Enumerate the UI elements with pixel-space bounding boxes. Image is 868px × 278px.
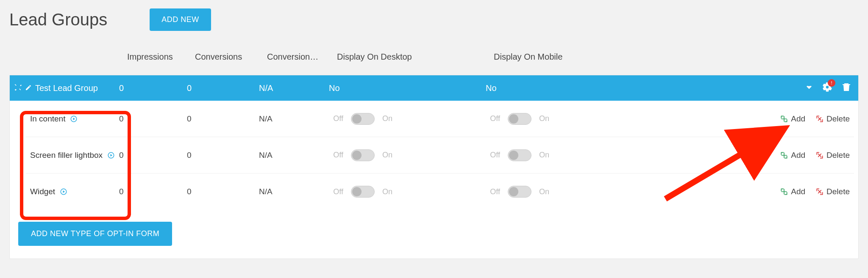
group-display-desktop: No [329,83,486,93]
delete-label: Delete [826,151,850,160]
add-button[interactable]: Add [780,187,805,196]
group-header: Test Lead Group 0 0 N/A No No ! [10,75,858,101]
row-name-label: Screen filler lightbox [30,151,103,160]
row-name-label: In content [30,114,65,124]
row-name[interactable]: Widget [26,187,119,196]
group-conversions: 0 [187,83,259,93]
delete-button[interactable]: Delete [815,151,850,160]
row-conversion-rate: N/A [259,151,329,160]
row-name-label: Widget [30,187,55,196]
off-label: Off [329,187,343,196]
col-impressions: Impressions [127,52,195,62]
on-label: On [382,187,395,196]
row-conversion-rate: N/A [259,114,329,124]
off-label: Off [329,114,343,123]
form-rows: In content 0 0 N/A Off On Off On [26,101,854,210]
play-icon[interactable] [107,151,115,160]
row-conversion-rate: N/A [259,187,329,196]
group-display-mobile: No [486,83,643,93]
desktop-toggle[interactable] [351,149,375,161]
alert-badge: ! [828,79,835,87]
add-form-type-button[interactable]: ADD NEW TYPE OF OPT-IN FORM [18,222,172,246]
off-label: Off [329,151,343,160]
row-impressions: 0 [119,114,187,124]
on-label: On [382,151,395,160]
col-display-mobile: Display On Mobile [494,52,651,62]
table-row: Screen filler lightbox 0 0 N/A Off On Of… [26,137,854,173]
add-new-button[interactable]: ADD NEW [150,8,211,31]
on-label: On [539,187,552,196]
group-card: Test Lead Group 0 0 N/A No No ! [9,75,859,259]
col-conversions: Conversions [195,52,267,62]
desktop-toggle[interactable] [351,186,375,198]
on-label: On [539,151,552,160]
add-button[interactable]: Add [780,151,805,160]
row-conversions: 0 [187,187,259,196]
add-button[interactable]: Add [780,114,805,124]
chevron-down-icon[interactable] [805,83,813,94]
play-icon[interactable] [70,115,78,123]
add-label: Add [791,114,805,124]
on-label: On [539,114,552,123]
row-impressions: 0 [119,187,187,196]
group-header-icons [10,83,35,93]
desktop-toggle-group: Off On [329,186,486,198]
mobile-toggle[interactable] [508,113,531,125]
desktop-toggle-group: Off On [329,149,486,161]
row-actions: Add Delete [780,114,854,124]
col-display-desktop: Display On Desktop [337,52,494,62]
lead-groups-table: Impressions Conversions Conversion… Disp… [9,48,859,259]
page-header: Lead Groups ADD NEW [0,0,868,31]
delete-label: Delete [826,187,850,196]
column-headers: Impressions Conversions Conversion… Disp… [9,48,859,66]
group-impressions: 0 [119,83,187,93]
desktop-toggle[interactable] [351,113,375,125]
table-row: In content 0 0 N/A Off On Off On [26,101,854,137]
table-row: Widget 0 0 N/A Off On Off On [26,173,854,210]
play-icon[interactable] [59,187,68,196]
delete-label: Delete [826,114,850,124]
off-label: Off [486,151,500,160]
off-label: Off [486,114,500,123]
row-name[interactable]: In content [26,114,119,124]
mobile-toggle-group: Off On [486,149,643,161]
row-conversions: 0 [187,114,259,124]
mobile-toggle-group: Off On [486,113,643,125]
group-actions: ! [805,82,858,95]
col-conversion-rate: Conversion… [267,52,337,62]
row-conversions: 0 [187,151,259,160]
add-label: Add [791,151,805,160]
row-actions: Add Delete [780,187,854,196]
row-impressions: 0 [119,151,187,160]
edit-icon[interactable] [25,83,32,93]
mobile-toggle[interactable] [508,149,531,161]
desktop-toggle-group: Off On [329,113,486,125]
row-name[interactable]: Screen filler lightbox [26,151,119,160]
mobile-toggle-group: Off On [486,186,643,198]
page-title: Lead Groups [9,10,107,29]
delete-button[interactable]: Delete [815,114,850,124]
mobile-toggle[interactable] [508,186,531,198]
off-label: Off [486,187,500,196]
row-actions: Add Delete [780,151,854,160]
delete-button[interactable]: Delete [815,187,850,196]
group-name: Test Lead Group [35,83,119,93]
on-label: On [382,114,395,123]
wrench-icon[interactable] [14,83,22,93]
group-conversion-rate: N/A [259,83,329,93]
trash-icon[interactable] [841,82,851,94]
add-label: Add [791,187,805,196]
gear-icon[interactable]: ! [822,82,833,95]
